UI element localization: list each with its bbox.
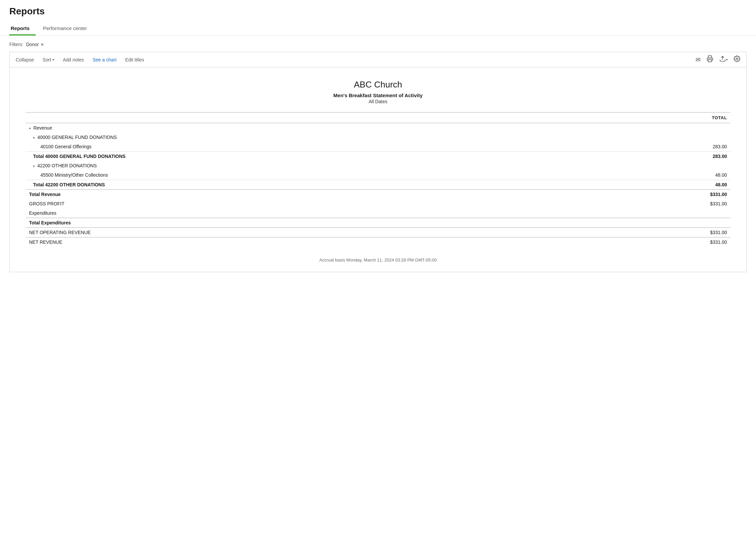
page-title: Reports (9, 6, 747, 17)
export-icon (719, 55, 726, 64)
chevron-icon: ▾ (29, 127, 31, 130)
table-row: 40100 General Offerings 283.00 (26, 142, 730, 152)
mail-button[interactable]: ✉ (694, 55, 702, 64)
filter-tag-donor: Donor ✕ (26, 42, 44, 47)
filters-label: Filters: (9, 42, 23, 47)
filter-tag-label: Donor (26, 42, 39, 47)
row-value (593, 123, 730, 133)
row-label: 45500 Ministry/Other Collections (26, 170, 593, 180)
mail-icon: ✉ (696, 56, 701, 63)
tab-performance-center[interactable]: Performance center (42, 22, 93, 35)
row-value: 283.00 (593, 142, 730, 152)
row-value (593, 161, 730, 170)
table-row: NET OPERATING REVENUE $331.00 (26, 228, 730, 237)
page-header: Reports Reports Performance center (0, 0, 756, 36)
row-label: NET REVENUE (26, 237, 593, 247)
edit-titles-button[interactable]: Edit titles (124, 56, 146, 63)
row-label: Total 42200 OTHER DONATIONS (26, 180, 593, 190)
sort-button[interactable]: Sort ▾ (41, 56, 55, 63)
report-table: TOTAL ▾ Revenue ▾ 40000 GENERAL FUND DON (26, 112, 730, 247)
filters-bar: Filters: Donor ✕ (9, 42, 747, 47)
row-value (593, 133, 730, 142)
table-row: Total Expenditures (26, 218, 730, 228)
row-value: 48.00 (593, 170, 730, 180)
row-value (593, 218, 730, 228)
report-title-section: ABC Church Men's Breakfast Statement of … (26, 79, 730, 104)
settings-button[interactable] (732, 55, 742, 64)
svg-rect-1 (708, 59, 712, 62)
row-value: 48.00 (593, 180, 730, 190)
table-row: ▾ 42200 OTHER DONATIONS (26, 161, 730, 170)
row-label: Total 40000 GENERAL FUND DONATIONS (26, 152, 593, 161)
tab-bar: Reports Performance center (9, 22, 747, 35)
row-label: GROSS PROFIT (26, 199, 593, 208)
table-header-row: TOTAL (26, 113, 730, 123)
export-chevron-icon: ▾ (726, 58, 728, 61)
row-value: $331.00 (593, 199, 730, 208)
settings-icon (734, 55, 740, 64)
chevron-icon: ▾ (33, 164, 35, 168)
table-row: ▾ Revenue (26, 123, 730, 133)
svg-point-3 (736, 58, 738, 60)
report-footer: Accrual basis Monday, March 11, 2024 03:… (26, 255, 730, 262)
filter-remove-button[interactable]: ✕ (40, 42, 44, 47)
svg-rect-0 (708, 56, 712, 58)
row-value: $331.00 (593, 228, 730, 237)
toolbar-right: ✉ ▾ (694, 55, 742, 64)
report-date-range: All Dates (26, 99, 730, 104)
row-value: $331.00 (593, 190, 730, 199)
toolbar: Collapse Sort ▾ Add notes See a chart Ed… (9, 52, 747, 67)
table-row: ▾ 40000 GENERAL FUND DONATIONS (26, 133, 730, 142)
table-row: Total 40000 GENERAL FUND DONATIONS 283.0… (26, 152, 730, 161)
col-description-header (26, 113, 593, 123)
row-label: Total Revenue (26, 190, 593, 199)
see-chart-button[interactable]: See a chart (91, 56, 118, 63)
sort-chevron-icon: ▾ (52, 58, 54, 61)
collapse-button[interactable]: Collapse (14, 56, 35, 63)
row-label: Total Expenditures (26, 218, 593, 228)
col-total-header: TOTAL (593, 113, 730, 123)
table-row: Total 42200 OTHER DONATIONS 48.00 (26, 180, 730, 190)
print-icon (707, 55, 713, 64)
row-value (593, 208, 730, 218)
tab-reports[interactable]: Reports (9, 22, 36, 35)
table-row: GROSS PROFIT $331.00 (26, 199, 730, 208)
row-label: NET OPERATING REVENUE (26, 228, 593, 237)
add-notes-button[interactable]: Add notes (61, 56, 85, 63)
row-value: 283.00 (593, 152, 730, 161)
row-label: ▾ Revenue (26, 123, 593, 133)
table-row: 45500 Ministry/Other Collections 48.00 (26, 170, 730, 180)
row-label: Expenditures (26, 208, 593, 218)
toolbar-left: Collapse Sort ▾ Add notes See a chart Ed… (14, 56, 146, 63)
export-button[interactable]: ▾ (718, 55, 729, 64)
row-value: $331.00 (593, 237, 730, 247)
table-row: Total Revenue $331.00 (26, 190, 730, 199)
report-org-name: ABC Church (26, 79, 730, 90)
main-content: Filters: Donor ✕ Collapse Sort ▾ Add not… (0, 36, 756, 272)
chevron-icon: ▾ (33, 136, 35, 140)
report-subtitle: Men's Breakfast Statement of Activity (26, 93, 730, 98)
print-button[interactable] (705, 55, 715, 64)
row-label: ▾ 42200 OTHER DONATIONS (26, 161, 593, 170)
table-row: NET REVENUE $331.00 (26, 237, 730, 247)
report-container: ABC Church Men's Breakfast Statement of … (9, 67, 747, 272)
row-label: 40100 General Offerings (26, 142, 593, 152)
row-label: ▾ 40000 GENERAL FUND DONATIONS (26, 133, 593, 142)
table-row: Expenditures (26, 208, 730, 218)
